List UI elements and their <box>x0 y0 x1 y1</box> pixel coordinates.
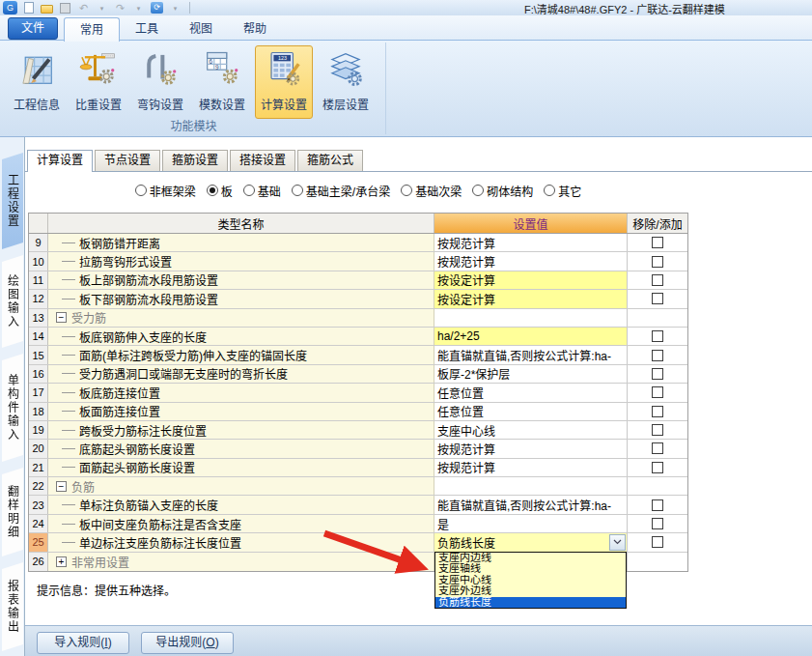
tab-dajie-shezhi[interactable]: 搭接设置 <box>230 150 295 171</box>
modulus-settings-button[interactable]: 6 9 模数设置 <box>193 45 251 119</box>
new-file-icon[interactable] <box>21 1 36 14</box>
value-cell[interactable]: 按规范计算 <box>434 440 628 457</box>
row-number-cell[interactable]: 22 <box>29 477 48 495</box>
row-number-cell[interactable]: 21 <box>29 459 48 476</box>
row-number-cell[interactable]: 18 <box>29 403 48 420</box>
type-name-cell[interactable]: 受力筋遇洞口或端部无支座时的弯折长度 <box>48 365 434 383</box>
tab-jisuan-shezhi[interactable]: 计算设置 <box>27 150 93 172</box>
row-number-cell[interactable]: 11 <box>29 271 48 289</box>
tab-changyong[interactable]: 常用 <box>64 17 120 42</box>
row-number-cell[interactable]: 17 <box>29 384 48 401</box>
remove-add-checkbox[interactable] <box>652 350 663 361</box>
remove-add-checkbox[interactable] <box>652 536 663 548</box>
remove-add-checkbox[interactable] <box>652 499 663 511</box>
dropdown-button[interactable] <box>609 534 626 551</box>
row-number-cell[interactable]: 12 <box>29 290 48 307</box>
value-cell[interactable]: 支座中心线 <box>434 421 628 439</box>
type-name-cell[interactable]: 面筋起头钢筋长度设置 <box>48 459 434 476</box>
project-info-button[interactable]: 工程信息 <box>8 45 66 119</box>
row-number-cell[interactable]: 10 <box>29 252 48 270</box>
type-name-cell[interactable]: 板上部钢筋流水段甩筋设置 <box>48 271 434 289</box>
value-cell[interactable]: 负筋线长度 <box>434 533 628 551</box>
row-number-cell[interactable]: 24 <box>29 515 48 532</box>
row-number-cell[interactable]: 15 <box>29 346 48 363</box>
tab-jiedian-shezhi[interactable]: 节点设置 <box>95 150 160 171</box>
remove-add-checkbox[interactable] <box>652 293 663 304</box>
row-number-cell[interactable]: 23 <box>29 496 48 513</box>
remove-add-checkbox[interactable] <box>652 442 663 454</box>
row-number-cell[interactable]: 26 <box>29 553 48 571</box>
remove-add-checkbox[interactable] <box>652 274 663 286</box>
remove-add-checkbox[interactable] <box>652 424 663 436</box>
sidebar-item-huitu-shuru[interactable]: 绘图输入 <box>2 255 23 348</box>
sync-icon[interactable]: ⟳ <box>150 1 164 14</box>
sidebar-item-baobiao-shuchu[interactable]: 报表输出 <box>2 562 23 651</box>
sidebar-item-dangoujian-shuru[interactable]: 单构件输入 <box>2 354 23 462</box>
remove-add-checkbox[interactable] <box>652 518 663 529</box>
value-cell[interactable]: 按规范计算 <box>434 234 628 251</box>
radio-板[interactable]: 板 <box>207 183 233 199</box>
remove-add-checkbox[interactable] <box>652 406 663 417</box>
tab-gujin-shezhi[interactable]: 箍筋设置 <box>162 150 228 171</box>
radio-基础主梁/承台梁[interactable]: 基础主梁/承台梁 <box>292 183 390 199</box>
value-cell[interactable]: 能直锚就直锚,否则按公式计算:ha- <box>434 346 628 363</box>
type-name-cell[interactable]: 面筋(单标注跨板受力筋)伸入支座的锚固长度 <box>48 346 434 363</box>
remove-add-checkbox[interactable] <box>652 330 663 342</box>
dropdown-option[interactable]: 支座外边线 <box>435 585 626 596</box>
row-number-cell[interactable]: 20 <box>29 440 48 457</box>
row-number-cell[interactable]: 9 <box>29 234 48 251</box>
row-number-cell[interactable]: 16 <box>29 365 48 383</box>
tab-gongju[interactable]: 工具 <box>120 17 174 41</box>
type-name-cell[interactable]: 板下部钢筋流水段甩筋设置 <box>48 290 434 307</box>
row-number-cell[interactable]: 25 <box>29 533 48 551</box>
tab-shitu[interactable]: 视图 <box>174 17 228 41</box>
value-cell[interactable]: 按设定计算 <box>434 290 628 307</box>
value-cell[interactable]: 是 <box>434 515 628 532</box>
remove-add-checkbox[interactable] <box>652 462 663 473</box>
value-cell[interactable]: 按规范计算 <box>434 459 628 476</box>
expand-icon[interactable]: + <box>56 556 67 567</box>
open-file-icon[interactable] <box>40 1 54 14</box>
row-number-cell[interactable]: 13 <box>29 309 48 327</box>
collapse-icon[interactable]: − <box>56 481 67 492</box>
export-rules-button[interactable]: 导出规则(O) <box>141 632 234 654</box>
type-name-cell[interactable]: 板底筋连接位置 <box>48 384 434 401</box>
redo-icon[interactable]: ↷ <box>113 1 127 14</box>
sidebar-item-fanyang-mingxi[interactable]: 翻样明细 <box>2 468 23 556</box>
value-cell[interactable]: 任意位置 <box>434 384 628 401</box>
sidebar-item-gongcheng-shezhi[interactable]: 工程设置 <box>2 153 23 249</box>
type-name-cell[interactable]: 跨板受力筋标注长度位置 <box>48 421 434 439</box>
radio-砌体结构[interactable]: 砌体结构 <box>472 183 533 199</box>
radio-基础[interactable]: 基础 <box>243 183 281 199</box>
value-cell[interactable]: 按规范计算 <box>434 252 628 270</box>
row-number-cell[interactable]: 14 <box>29 328 48 345</box>
type-name-cell[interactable]: −负筋 <box>48 477 434 495</box>
import-rules-button[interactable]: 导入规则(I) <box>37 632 129 654</box>
type-name-cell[interactable]: 板底钢筋伸入支座的长度 <box>48 328 434 345</box>
undo-icon[interactable]: ↶ <box>76 1 91 14</box>
app-icon[interactable]: G <box>3 1 17 14</box>
row-number-cell[interactable]: 19 <box>29 421 48 439</box>
radio-其它[interactable]: 其它 <box>544 183 581 199</box>
dropdown-option[interactable]: 支座内边线 <box>435 553 626 563</box>
type-name-cell[interactable]: 单标注负筋锚入支座的长度 <box>48 496 434 513</box>
floor-settings-button[interactable]: 楼层设置 <box>317 45 375 119</box>
tab-gujin-gongshi[interactable]: 箍筋公式 <box>297 150 363 171</box>
dropdown-option[interactable]: 负筋线长度 <box>435 597 626 608</box>
remove-add-checkbox[interactable] <box>652 237 663 248</box>
dropdown-option[interactable]: 支座中心线 <box>435 575 626 585</box>
value-cell[interactable]: ha/2+25 <box>434 328 628 345</box>
value-cell[interactable]: 能直锚就直锚,否则按公式计算:ha- <box>434 496 628 513</box>
unit-weight-button[interactable]: 比重设置 <box>70 45 127 119</box>
type-name-cell[interactable]: 底筋起头钢筋长度设置 <box>48 440 434 457</box>
type-name-cell[interactable]: 板钢筋错开距离 <box>48 234 434 251</box>
remove-add-checkbox[interactable] <box>652 386 663 398</box>
radio-非框架梁[interactable]: 非框架梁 <box>135 183 196 199</box>
sync-dropdown-icon[interactable]: ▾ <box>168 1 182 14</box>
value-cell[interactable]: 任意位置 <box>434 403 628 420</box>
redo-dropdown-icon[interactable]: ▾ <box>131 1 146 14</box>
remove-add-checkbox[interactable] <box>652 256 663 268</box>
dropdown-option[interactable]: 支座轴线 <box>435 563 626 574</box>
radio-基础次梁[interactable]: 基础次梁 <box>401 183 462 199</box>
collapse-icon[interactable]: − <box>56 312 67 323</box>
